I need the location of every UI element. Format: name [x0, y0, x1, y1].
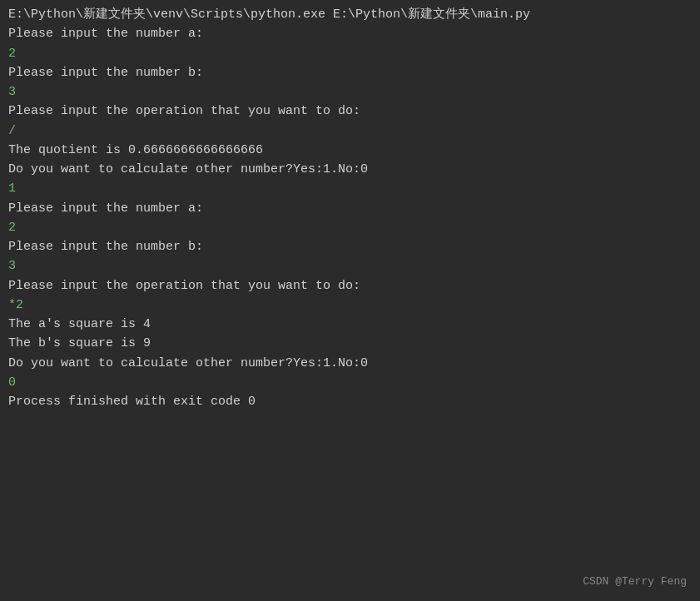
terminal-window: E:\Python\新建文件夹\venv\Scripts\python.exe … — [0, 0, 700, 601]
terminal-line: 3 — [8, 82, 692, 102]
terminal-line: 2 — [8, 44, 692, 63]
terminal-line: / — [8, 122, 692, 141]
terminal-line: E:\Python\新建文件夹\venv\Scripts\python.exe … — [8, 5, 692, 24]
terminal-line: Process finished with exit code 0 — [8, 392, 692, 411]
terminal-line: Please input the number a: — [8, 24, 692, 43]
terminal-line: *2 — [8, 296, 692, 315]
terminal-line: Do you want to calculate other number?Ye… — [8, 354, 692, 373]
terminal-line: Do you want to calculate other number?Ye… — [8, 160, 692, 179]
terminal-line: Please input the operation that you want… — [8, 276, 692, 296]
terminal-line: The a's square is 4 — [8, 315, 692, 334]
terminal-line: The quotient is 0.6666666666666666 — [8, 141, 692, 160]
watermark: CSDN @Terry Feng — [583, 575, 687, 588]
terminal-line: Please input the operation that you want… — [8, 102, 692, 121]
terminal-line: Please input the number a: — [8, 199, 692, 218]
terminal-line: 1 — [8, 179, 692, 198]
terminal-line: 0 — [8, 373, 692, 392]
terminal-line: Please input the number b: — [8, 237, 692, 256]
terminal-line: The b's square is 9 — [8, 334, 692, 353]
terminal-line: Please input the number b: — [8, 63, 692, 82]
terminal-line: 2 — [8, 218, 692, 237]
terminal-line: 3 — [8, 256, 692, 276]
